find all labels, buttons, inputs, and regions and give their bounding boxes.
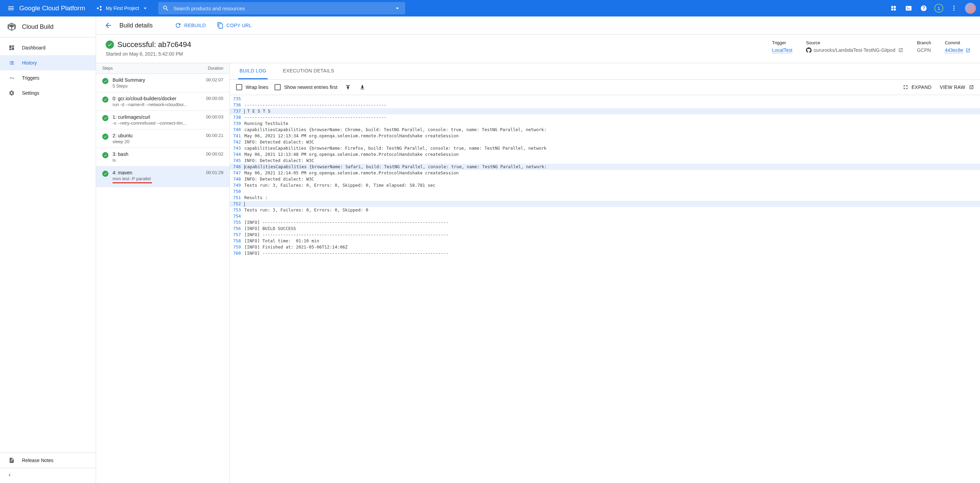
scroll-top-button[interactable]	[344, 83, 352, 91]
line-number: 743	[230, 145, 244, 151]
step-name: Build Summary	[113, 77, 202, 83]
copy-url-button[interactable]: COPY URL	[214, 20, 255, 31]
sidebar-item-history[interactable]: History	[0, 55, 96, 70]
step-name: 3: bash	[113, 151, 202, 157]
copy-url-label: COPY URL	[226, 23, 252, 28]
trigger-link[interactable]: LocalTest	[772, 47, 792, 53]
log-text: [INFO] ---------------------------------…	[244, 219, 980, 226]
log-text: capabilitiesCapabilities {browserName: F…	[244, 145, 980, 151]
tab-execution-details[interactable]: EXECUTION DETAILS	[282, 63, 336, 79]
step-name: 1: curlimages/curl	[113, 114, 202, 120]
back-button[interactable]	[103, 20, 114, 31]
sidebar-item-release-notes[interactable]: Release Notes	[0, 453, 96, 468]
download-button[interactable]	[358, 83, 366, 91]
source-link[interactable]: sururocks/LambdaTest-TestNG-Gitpod	[814, 47, 895, 53]
log-text: ----------------------------------------…	[244, 114, 980, 121]
platform-title[interactable]: Google Cloud Platform	[19, 5, 85, 12]
step-row[interactable]: Build Summary5 Steps00:02:07	[96, 74, 229, 92]
line-number: 755	[230, 219, 244, 226]
external-link-icon	[898, 48, 903, 53]
search-input[interactable]	[173, 5, 390, 11]
sidebar-footer: Release Notes	[0, 453, 96, 468]
project-picker[interactable]: My First Project	[93, 3, 151, 13]
line-number: 745	[230, 158, 244, 164]
log-line: 741May 06, 2021 12:13:34 PM org.openqa.s…	[230, 133, 980, 139]
log-line: 760[INFO] ------------------------------…	[230, 250, 980, 257]
trigger-icon	[8, 75, 15, 81]
line-number: 742	[230, 139, 244, 145]
project-name: My First Project	[106, 5, 139, 11]
steps-panel: Steps Duration Build Summary5 Steps00:02…	[96, 63, 230, 483]
svg-point-7	[953, 6, 954, 7]
help-button[interactable]	[917, 2, 931, 15]
step-duration: 00:00:02	[206, 151, 223, 163]
wrap-lines-checkbox[interactable]: Wrap lines	[236, 84, 268, 90]
hamburger-menu-button[interactable]	[4, 2, 18, 15]
log-text: Running TestSuite	[244, 121, 980, 127]
step-duration: 00:00:21	[206, 133, 223, 144]
svg-point-2	[100, 9, 102, 11]
commit-link[interactable]: 443ec8e	[945, 47, 963, 53]
avatar[interactable]	[965, 3, 976, 14]
steps-header-label: Steps	[102, 66, 113, 71]
gear-icon	[8, 89, 15, 96]
refresh-icon	[175, 22, 181, 29]
log-line: 748INFO: Detected dialect: W3C	[230, 176, 980, 182]
sidebar: Cloud Build DashboardHistoryTriggersSett…	[0, 16, 96, 483]
log-line: 743capabilitiesCapabilities {browserName…	[230, 145, 980, 151]
expand-button[interactable]: EXPAND	[902, 84, 931, 90]
step-row[interactable]: 3: bashls00:00:02	[96, 148, 229, 166]
newest-first-checkbox[interactable]: Show newest entries first	[275, 84, 338, 90]
line-number: 758	[230, 238, 244, 244]
sidebar-collapse-button[interactable]	[0, 468, 96, 483]
nav-list: DashboardHistoryTriggersSettings	[0, 37, 96, 453]
step-row[interactable]: 0: gcr.io/cloud-builders/dockerrun -d --…	[96, 92, 229, 111]
log-text	[244, 96, 980, 102]
step-row[interactable]: 1: curlimages/curl-s --retry-connrefused…	[96, 111, 229, 129]
view-raw-button[interactable]: VIEW RAW	[940, 84, 974, 90]
rebuild-button[interactable]: REBUILD	[172, 20, 208, 31]
log-text: May 06, 2021 12:14:05 PM org.openqa.sele…	[244, 170, 980, 176]
log-line: 751Results :	[230, 194, 980, 201]
tab-build-log[interactable]: BUILD LOG	[238, 63, 268, 79]
free-trial-button[interactable]	[887, 2, 900, 15]
line-number: 738	[230, 114, 244, 121]
step-duration: 00:01:29	[206, 170, 223, 183]
download-icon	[359, 84, 366, 90]
step-row[interactable]: 4: mavenmvn test -P parallel00:01:29	[96, 166, 229, 187]
sidebar-header[interactable]: Cloud Build	[0, 16, 96, 37]
cloud-build-icon	[7, 22, 16, 32]
log-text: capabilitiesCapabilities {browserName: C…	[244, 127, 980, 133]
log-text: Tests run: 3, Failures: 0, Errors: 0, Sk…	[244, 207, 980, 213]
success-icon	[102, 115, 108, 121]
log-line: 740capabilitiesCapabilities {browserName…	[230, 127, 980, 133]
log-line: 747May 06, 2021 12:14:05 PM org.openqa.s…	[230, 170, 980, 176]
nav-label: Release Notes	[22, 457, 54, 463]
line-number: 756	[230, 226, 244, 232]
line-number: 759	[230, 244, 244, 250]
arrow-up-icon	[345, 84, 351, 90]
build-info: Successful: ab7c6494 Started on May 6, 2…	[96, 35, 980, 63]
notifications-button[interactable]: 1	[932, 2, 946, 15]
log-content[interactable]: 735736----------------------------------…	[230, 95, 980, 483]
log-line: 749Tests run: 3, Failures: 0, Errors: 0,…	[230, 182, 980, 188]
sidebar-item-triggers[interactable]: Triggers	[0, 70, 96, 86]
chevron-down-icon[interactable]	[394, 5, 401, 12]
log-line: 759[INFO] Finished at: 2021-05-06T12:14:…	[230, 244, 980, 250]
log-line: 754	[230, 213, 980, 219]
sidebar-item-settings[interactable]: Settings	[0, 86, 96, 100]
build-meta: Trigger LocalTest Source sururocks/Lambd…	[772, 40, 970, 53]
sidebar-item-dashboard[interactable]: Dashboard	[0, 40, 96, 55]
log-line: 742INFO: Detected dialect: W3C	[230, 139, 980, 145]
line-number: 735	[230, 96, 244, 102]
step-row[interactable]: 2: ubuntusleep 2000:00:21	[96, 129, 229, 148]
line-number: 754	[230, 213, 244, 219]
cloud-shell-button[interactable]	[902, 2, 915, 15]
dashboard-icon	[8, 44, 15, 51]
more-button[interactable]	[947, 2, 961, 15]
log-line: 753Tests run: 3, Failures: 0, Errors: 0,…	[230, 207, 980, 213]
line-number: 741	[230, 133, 244, 139]
search-box[interactable]	[158, 2, 405, 14]
log-text: [INFO] ---------------------------------…	[244, 232, 980, 238]
line-number: 753	[230, 207, 244, 213]
